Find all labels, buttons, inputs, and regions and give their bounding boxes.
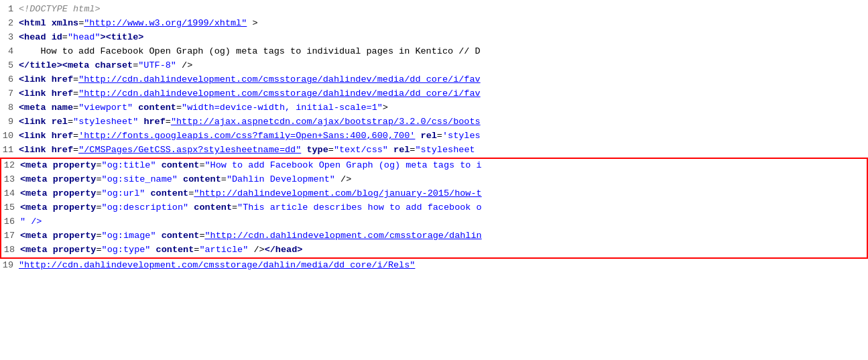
value-plain-token: "Dahlin Development" xyxy=(227,174,335,184)
line-number: 13 xyxy=(1,173,20,187)
line-content: <!DOCTYPE html> xyxy=(19,3,868,17)
text-token xyxy=(156,231,162,241)
value-plain-token: "text/css" xyxy=(334,145,388,155)
attr-token: rel xyxy=(52,117,68,127)
line-content: <meta name="viewport" content="width=dev… xyxy=(19,101,868,115)
code-line: 9<link rel="stylesheet" href="http://aja… xyxy=(0,115,868,129)
text-token: = xyxy=(96,202,101,213)
value-token: "http://cdn.dahlindevelopment.com/cmssto… xyxy=(205,231,482,241)
line-number: 16 xyxy=(1,215,20,229)
line-number: 2 xyxy=(0,17,19,31)
line-content: " /> xyxy=(20,215,867,229)
line-content: "http://cdn.dahlindevelopment.com/cmssto… xyxy=(19,259,868,273)
attr-token: charset xyxy=(95,60,133,70)
line-content: </title><meta charset="UTF-8" /> xyxy=(19,59,868,73)
text-token: = xyxy=(73,88,78,99)
attr-token: href xyxy=(143,117,165,127)
text-token xyxy=(150,245,156,255)
value-plain-token: " /> xyxy=(20,217,42,227)
line-content: <link href='http://fonts.googleapis.com/… xyxy=(19,129,868,143)
value-plain-token: "stylesheet" xyxy=(73,117,138,127)
attr-token: content xyxy=(162,160,200,170)
value-plain-token: "og:site_name" xyxy=(102,174,178,184)
text-token: = xyxy=(62,32,68,42)
code-line: 11<link href="/CMSPages/GetCSS.aspx?styl… xyxy=(0,143,868,158)
tag-token: <meta xyxy=(20,202,48,213)
text-token: > xyxy=(383,103,388,113)
text-token xyxy=(46,32,52,42)
value-plain-token: "UTF-8" xyxy=(138,60,176,70)
text-token: /> xyxy=(248,245,264,255)
attr-token: rel xyxy=(393,145,410,155)
tag-token: ><title> xyxy=(101,32,144,42)
text-token: = xyxy=(166,117,171,127)
text-token xyxy=(48,245,53,255)
line-number: 6 xyxy=(0,73,19,87)
value-plain-token: "This article describes how to add faceb… xyxy=(237,202,482,213)
highlight-block: 12<meta property="og:title" content="How… xyxy=(0,158,868,259)
line-content: How to add Facebook Open Graph (og) meta… xyxy=(19,45,868,59)
code-line: 2<html xmlns="http://www.w3.org/1999/xht… xyxy=(0,17,868,31)
text-token xyxy=(48,160,53,170)
attr-token: property xyxy=(53,202,97,213)
attr-token: property xyxy=(53,188,97,198)
text-token: = xyxy=(328,145,334,155)
attr-token: content xyxy=(156,245,194,255)
line-content: <meta property="og:url" content="http://… xyxy=(20,187,867,201)
text-token: = xyxy=(96,231,101,241)
text-token: = xyxy=(221,174,227,184)
code-line: 13<meta property="og:site_name" content=… xyxy=(1,173,867,187)
value-plain-token: "og:type" xyxy=(102,245,151,255)
tag-token: <link xyxy=(19,131,46,141)
attr-token: property xyxy=(53,160,97,170)
tag-token: <meta xyxy=(62,60,90,70)
attr-token: content xyxy=(183,174,221,184)
value-token: "/CMSPages/GetCSS.aspx?stylesheetname=dd… xyxy=(78,145,301,155)
text-token: /> xyxy=(335,174,351,184)
attr-token: type xyxy=(306,145,328,155)
code-line: 3<head id="head"><title> xyxy=(0,31,868,45)
code-line: 14<meta property="og:url" content="http:… xyxy=(1,187,867,201)
attr-token: href xyxy=(52,88,73,99)
attr-token: content xyxy=(138,103,176,113)
value-token: "http://cdn.dahlindevelopment.com/cmssto… xyxy=(78,88,481,99)
text-token xyxy=(46,88,52,99)
text-token xyxy=(48,231,53,241)
attr-token: content xyxy=(150,188,188,198)
line-content: <link href="/CMSPages/GetCSS.aspx?styles… xyxy=(19,143,868,158)
text-token: = xyxy=(96,174,101,184)
text-token: = xyxy=(96,160,101,170)
line-content: <meta property="og:title" content="How t… xyxy=(20,159,867,173)
tag-token: <html xyxy=(19,18,46,28)
tag-token: <meta xyxy=(20,188,48,198)
line-number: 15 xyxy=(1,201,20,215)
tag-token: <meta xyxy=(20,231,48,241)
code-line: 8<meta name="viewport" content="width=de… xyxy=(0,101,868,115)
code-line: 16" /> xyxy=(1,215,867,229)
text-token: = xyxy=(199,231,204,241)
line-content: <meta property="og:description" content=… xyxy=(20,201,867,215)
attr-token: property xyxy=(53,231,97,241)
value-plain-token: "og:url" xyxy=(102,188,145,198)
line-content: <link rel="stylesheet" href="http://ajax… xyxy=(19,115,868,129)
code-line: 10<link href='http://fonts.googleapis.co… xyxy=(0,129,868,143)
line-content: <html xmlns="http://www.w3.org/1999/xhtm… xyxy=(19,17,868,31)
attr-token: id xyxy=(52,32,62,42)
tag-token: <link xyxy=(19,88,46,99)
line-number: 9 xyxy=(0,115,19,129)
value-plain-token: "article" xyxy=(199,245,248,255)
text-token xyxy=(46,18,52,28)
attr-token: property xyxy=(53,245,97,255)
code-line: 1<!DOCTYPE html> xyxy=(0,3,868,17)
text-token xyxy=(46,103,52,113)
value-plain-token: "head" xyxy=(68,32,101,42)
text-token: = xyxy=(73,103,78,113)
line-number: 10 xyxy=(0,129,19,143)
attr-token: href xyxy=(52,131,73,141)
value-plain-token: "viewport" xyxy=(78,103,133,113)
line-number: 19 xyxy=(0,259,19,273)
text-token: How to add Facebook Open Graph (og) meta… xyxy=(19,46,481,56)
line-number: 1 xyxy=(0,3,19,17)
text-token xyxy=(46,131,52,141)
attr-token: property xyxy=(53,174,97,184)
